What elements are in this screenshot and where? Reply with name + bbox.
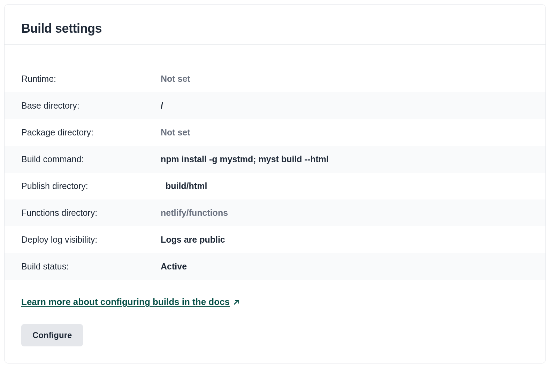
setting-label: Deploy log visibility: <box>21 235 161 245</box>
learn-more-text: Learn more about configuring builds in t… <box>21 297 230 307</box>
setting-value: _build/html <box>161 181 529 191</box>
setting-row-build-status: Build status: Active <box>5 253 545 280</box>
settings-list: Runtime: Not set Base directory: / Packa… <box>5 65 545 280</box>
setting-value: / <box>161 101 529 111</box>
external-link-icon <box>232 298 240 306</box>
card-header: Build settings <box>5 21 545 45</box>
setting-row-package-directory: Package directory: Not set <box>5 119 545 146</box>
setting-row-build-command: Build command: npm install -g mystmd; my… <box>5 146 545 173</box>
setting-row-base-directory: Base directory: / <box>5 92 545 119</box>
setting-label: Package directory: <box>21 127 161 138</box>
setting-label: Runtime: <box>21 74 161 84</box>
configure-button[interactable]: Configure <box>21 324 83 346</box>
setting-label: Base directory: <box>21 101 161 111</box>
setting-label: Publish directory: <box>21 181 161 191</box>
setting-row-runtime: Runtime: Not set <box>5 65 545 92</box>
setting-row-deploy-log-visibility: Deploy log visibility: Logs are public <box>5 226 545 253</box>
setting-value: Logs are public <box>161 235 529 245</box>
setting-label: Functions directory: <box>21 208 161 218</box>
setting-value: netlify/functions <box>161 208 529 218</box>
docs-link-wrap: Learn more about configuring builds in t… <box>5 280 545 307</box>
setting-label: Build status: <box>21 261 161 272</box>
build-settings-card: Build settings Runtime: Not set Base dir… <box>4 4 546 363</box>
setting-value: Active <box>161 261 529 272</box>
setting-value: Not set <box>161 127 529 138</box>
button-wrap: Configure <box>5 307 545 346</box>
setting-row-functions-directory: Functions directory: netlify/functions <box>5 199 545 226</box>
setting-value: npm install -g mystmd; myst build --html <box>161 154 529 164</box>
svg-line-0 <box>235 300 238 304</box>
learn-more-link[interactable]: Learn more about configuring builds in t… <box>21 297 240 307</box>
setting-label: Build command: <box>21 154 161 164</box>
setting-row-publish-directory: Publish directory: _build/html <box>5 173 545 199</box>
setting-value: Not set <box>161 74 529 84</box>
card-title: Build settings <box>21 21 529 36</box>
